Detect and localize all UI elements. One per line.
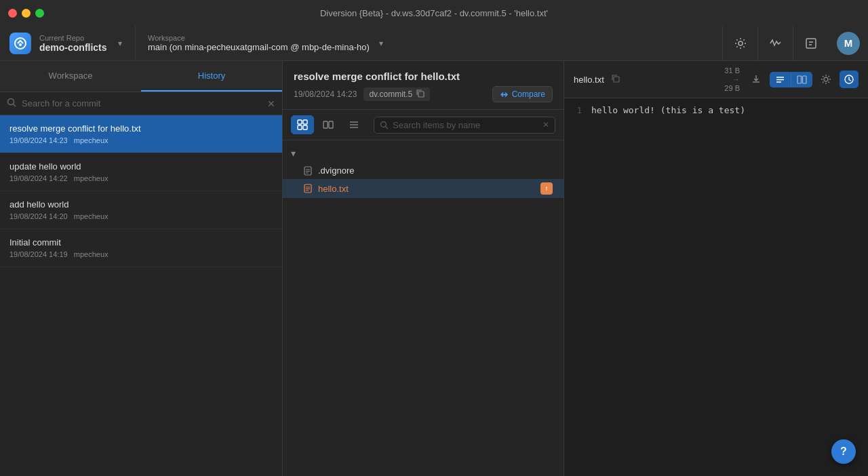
compare-label: Compare — [512, 90, 545, 99]
text-view-toggle-button[interactable] — [770, 72, 791, 87]
file-icon — [303, 184, 313, 193]
file-view-filename: hello.txt — [574, 75, 604, 85]
split-diff-toggle-button[interactable] — [791, 72, 812, 87]
middle-panel: resolve merge conflict for hello.txt 19/… — [283, 61, 564, 476]
file-search-input[interactable] — [393, 120, 538, 130]
repo-info: Current Repo demo-conflicts — [39, 34, 107, 53]
svg-line-43 — [829, 82, 829, 83]
commit-item[interactable]: Initial commit 19/08/2024 14:19 mpecheux — [0, 229, 282, 267]
traffic-lights — [8, 9, 44, 18]
svg-line-42 — [823, 76, 823, 77]
svg-point-37 — [824, 77, 828, 81]
file-size-after: 29 B — [724, 84, 740, 92]
file-item-hellotxt[interactable]: hello.txt — [283, 179, 564, 198]
help-button[interactable]: ? — [831, 439, 856, 464]
commit-date: 19/08/2024 14:23 — [294, 90, 357, 99]
code-view: 1 hello world! (this is a test) — [564, 98, 868, 476]
workspace-dropdown-arrow[interactable]: ▾ — [379, 39, 383, 48]
toolbar-actions — [723, 26, 829, 60]
svg-rect-35 — [797, 76, 802, 83]
svg-rect-13 — [323, 121, 328, 128]
collapse-icon: ▾ — [291, 148, 296, 159]
tab-workspace[interactable]: Workspace — [0, 61, 141, 92]
extra-button[interactable] — [793, 26, 829, 60]
commit-item[interactable]: resolve merge conflict for hello.txt 19/… — [0, 115, 282, 153]
repo-label: Current Repo — [39, 34, 107, 42]
clear-file-search-button[interactable]: ✕ — [542, 120, 549, 130]
repo-dropdown-arrow[interactable]: ▾ — [118, 39, 122, 48]
commit-search-bar: ✕ — [0, 92, 282, 115]
maximize-button[interactable] — [35, 9, 44, 18]
file-size-before: 31 B — [724, 66, 740, 75]
file-size-info: 31 B → 29 B — [724, 66, 740, 92]
tab-history[interactable]: History — [141, 61, 282, 92]
close-button[interactable] — [8, 9, 17, 18]
svg-point-6 — [8, 99, 14, 105]
main-toolbar: Current Repo demo-conflicts ▾ Workspace … — [0, 26, 868, 61]
svg-point-1 — [19, 43, 22, 46]
file-tree: ▾ .dvignore hello.txt — [283, 140, 564, 476]
commit-meta: 19/08/2024 14:19 mpecheux — [9, 250, 273, 258]
size-arrow: → — [732, 75, 740, 83]
copy-commit-id-button[interactable] — [416, 89, 425, 100]
view-toolbar: ✕ — [283, 110, 564, 140]
commit-list: resolve merge conflict for hello.txt 19/… — [0, 115, 282, 476]
svg-rect-31 — [614, 77, 619, 82]
svg-point-2 — [738, 41, 743, 45]
svg-point-30 — [546, 189, 547, 191]
file-name-dvignore: .dvignore — [318, 165, 354, 176]
workspace-info: Workspace main (on mina-pecheuxatgmail-c… — [148, 34, 370, 52]
svg-line-7 — [14, 104, 16, 107]
history-button[interactable] — [840, 71, 859, 88]
download-button[interactable] — [747, 71, 766, 88]
brightness-button[interactable] — [816, 71, 835, 88]
svg-line-44 — [823, 82, 823, 83]
user-avatar[interactable]: M — [837, 32, 860, 55]
tree-view-button[interactable] — [291, 115, 314, 134]
workspace-label: Workspace — [148, 34, 370, 42]
file-item-dvignore[interactable]: .dvignore — [283, 162, 564, 179]
svg-line-19 — [386, 126, 389, 129]
commit-detail-title: resolve merge conflict for hello.txt — [294, 71, 553, 82]
search-icon — [7, 98, 16, 109]
svg-rect-10 — [303, 120, 307, 124]
svg-rect-36 — [803, 76, 807, 83]
file-actions — [747, 71, 859, 88]
commit-header: resolve merge conflict for hello.txt 19/… — [283, 61, 564, 110]
svg-point-18 — [381, 121, 387, 127]
commit-item[interactable]: update hello world 19/08/2024 14:22 mpec… — [0, 153, 282, 191]
svg-rect-3 — [806, 39, 816, 48]
content-area: Workspace History ✕ resolve merge confli… — [0, 61, 868, 476]
commit-id-text: dv.commit.5 — [369, 90, 412, 99]
collapse-arrow-row[interactable]: ▾ — [283, 144, 564, 162]
activity-button[interactable] — [758, 26, 793, 60]
repo-section[interactable]: Current Repo demo-conflicts ▾ — [0, 26, 136, 60]
svg-line-45 — [829, 76, 829, 77]
copy-file-path-button[interactable] — [611, 73, 620, 85]
view-mode-toggle — [770, 72, 812, 87]
settings-button[interactable] — [723, 26, 758, 60]
commit-title: add hello world — [9, 199, 273, 210]
workspace-section[interactable]: Workspace main (on mina-pecheuxatgmail-c… — [136, 26, 723, 60]
svg-rect-11 — [298, 125, 302, 130]
line-number: 1 — [564, 105, 591, 115]
split-view-button[interactable] — [317, 115, 340, 134]
commit-title: update hello world — [9, 161, 273, 172]
workspace-branch: main (on mina-pecheuxatgmail-com @ mbp-d… — [148, 42, 370, 52]
help-icon: ? — [840, 445, 847, 458]
minimize-button[interactable] — [22, 9, 31, 18]
app-logo — [9, 33, 31, 54]
compare-button[interactable]: Compare — [492, 86, 553, 102]
right-panel: hello.txt 31 B → 29 B — [564, 61, 868, 476]
svg-rect-8 — [418, 92, 424, 97]
clear-search-button[interactable]: ✕ — [267, 98, 275, 109]
list-view-button[interactable] — [342, 115, 366, 134]
svg-rect-9 — [298, 120, 302, 124]
line-code: hello world! (this is a test) — [591, 105, 745, 115]
commit-item[interactable]: add hello world 19/08/2024 14:20 mpecheu… — [0, 191, 282, 229]
commit-meta: 19/08/2024 14:20 mpecheux — [9, 212, 273, 220]
commit-meta: 19/08/2024 14:23 mpecheux — [9, 136, 273, 144]
search-input[interactable] — [22, 98, 262, 108]
commit-title: Initial commit — [9, 237, 273, 247]
repo-name: demo-conflicts — [39, 42, 107, 53]
